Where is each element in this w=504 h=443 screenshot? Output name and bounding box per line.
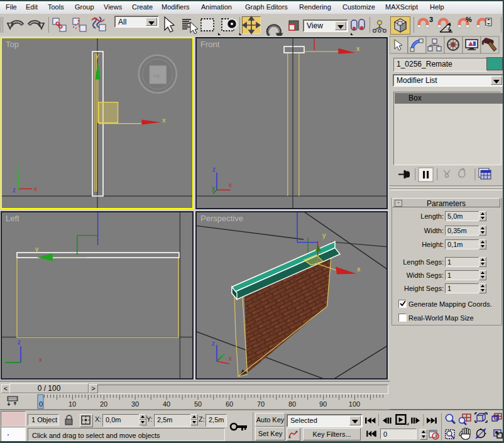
svg-text:%: % <box>466 16 472 23</box>
svg-text:y: y <box>16 163 19 170</box>
svg-text:z: z <box>212 340 215 347</box>
svg-text:x: x <box>357 265 361 273</box>
svg-text:z: z <box>13 187 16 194</box>
svg-text:y: y <box>322 231 326 239</box>
svg-text:90: 90 <box>319 400 327 408</box>
svg-text:y: y <box>96 52 99 59</box>
svg-text:60: 60 <box>226 400 233 408</box>
svg-text:x: x <box>229 355 232 362</box>
svg-text:80: 80 <box>288 400 296 408</box>
svg-text:x: x <box>356 45 360 52</box>
svg-text:x: x <box>162 116 166 124</box>
svg-text:10: 10 <box>68 400 76 408</box>
svg-text:70: 70 <box>257 400 265 408</box>
svg-text:z: z <box>212 166 216 173</box>
svg-text:100: 100 <box>349 400 360 408</box>
svg-text:40: 40 <box>163 400 170 408</box>
svg-text:x: x <box>34 185 37 192</box>
svg-text:30: 30 <box>131 400 139 408</box>
svg-text:y: y <box>2 355 5 362</box>
svg-text:y: y <box>212 185 215 192</box>
svg-text:y: y <box>221 351 224 358</box>
svg-text:x: x <box>39 356 42 363</box>
svg-text:x: x <box>229 182 232 189</box>
svg-text:20: 20 <box>100 400 107 408</box>
svg-text:z: z <box>18 339 21 346</box>
svg-text:50: 50 <box>194 400 202 408</box>
svg-text:y: y <box>35 245 39 253</box>
svg-text:3: 3 <box>429 16 433 23</box>
svg-text:0: 0 <box>39 400 43 408</box>
svg-text:top: top <box>153 73 161 79</box>
